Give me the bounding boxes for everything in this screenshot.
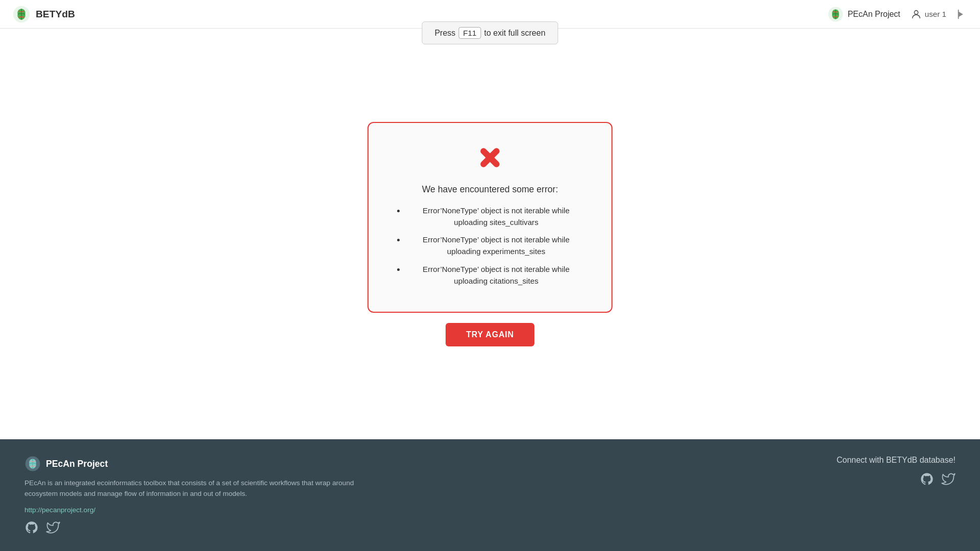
footer-twitter-icon[interactable] [46,520,60,535]
footer: PEcAn Project PEcAn is an integrated eco… [0,439,980,551]
footer-description: PEcAn is an integrated ecoinformatics to… [24,478,382,499]
footer-right-social-icons [920,472,955,486]
footer-right: Connect with BETYdB database! [837,456,955,486]
error-card: We have encountered some error: Error’No… [368,122,612,313]
error-list: Error’NoneType’ object is not iterable w… [393,205,587,293]
fullscreen-suffix-text: to exit full screen [484,29,546,38]
error-item-3: Error’NoneType’ object is not iterable w… [405,264,587,287]
user-icon [911,9,922,20]
footer-brand-label: PEcAn Project [46,459,108,469]
error-item-1: Error’NoneType’ object is not iterable w… [405,205,587,229]
navbar: BETYdB Press F11 to exit full screen PEc… [0,0,980,29]
footer-logo-icon [24,456,41,472]
footer-right-github-icon[interactable] [920,472,934,486]
footer-connect-text: Connect with BETYdB database! [837,456,955,465]
pecan-logo-icon [827,6,844,22]
fullscreen-key: F11 [458,27,481,39]
pecan-project-link[interactable]: PEcAn Project [827,6,900,22]
footer-link[interactable]: http://pecanproject.org/ [24,506,95,514]
user-menu[interactable]: user 1 [911,9,946,20]
navbar-right: PEcAn Project user 1 [827,6,968,22]
navbar-brand[interactable]: BETYdB [12,5,75,23]
svg-point-2 [914,10,918,14]
betyd-logo-icon [12,5,31,23]
footer-social-icons [24,520,382,535]
main-content: We have encountered some error: Error’No… [0,29,980,439]
fullscreen-banner: Press F11 to exit full screen [422,21,558,44]
footer-right-twitter-icon[interactable] [941,472,955,486]
notification-icon[interactable] [957,9,968,20]
error-item-2: Error’NoneType’ object is not iterable w… [405,234,587,258]
footer-github-icon[interactable] [24,520,39,535]
error-x-icon [474,141,506,174]
fullscreen-press-text: Press [434,29,455,38]
try-again-button[interactable]: TRY AGAIN [446,323,534,346]
user-label: user 1 [925,10,946,18]
error-title: We have encountered some error: [422,184,558,195]
pecan-project-label: PEcAn Project [848,10,900,19]
footer-brand: PEcAn Project [24,456,382,472]
footer-left: PEcAn Project PEcAn is an integrated eco… [24,456,382,535]
navbar-brand-label: BETYdB [36,9,75,20]
